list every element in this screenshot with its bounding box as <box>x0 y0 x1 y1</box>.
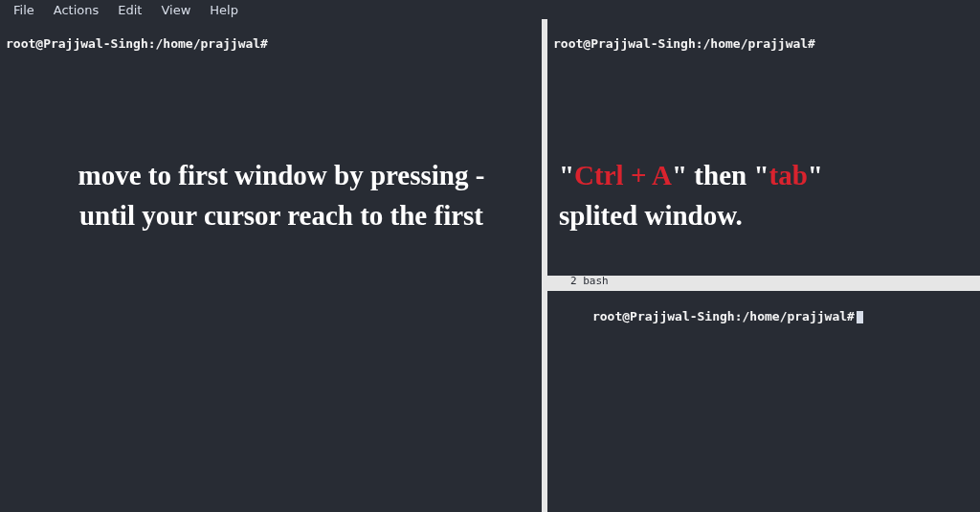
menu-edit[interactable]: Edit <box>110 3 149 17</box>
menu-view[interactable]: View <box>153 3 198 17</box>
menu-help[interactable]: Help <box>202 3 246 17</box>
pane-right-bottom[interactable]: root@Prajjwal-Singh:/home/prajjwal# <box>547 291 980 512</box>
status-bar-right-mid: 2 bash <box>547 276 980 287</box>
pane-left[interactable]: root@Prajjwal-Singh:/home/prajjwal# <box>0 19 542 512</box>
pane-right-top[interactable]: root@Prajjwal-Singh:/home/prajjwal# <box>547 19 980 276</box>
cursor-icon <box>857 311 863 323</box>
menubar: File Actions Edit View Help <box>0 0 980 19</box>
prompt-right-bottom: root@Prajjwal-Singh:/home/prajjwal# <box>547 295 863 338</box>
prompt-right-top: root@Prajjwal-Singh:/home/prajjwal# <box>553 36 815 51</box>
menu-file[interactable]: File <box>6 3 42 17</box>
prompt-left: root@Prajjwal-Singh:/home/prajjwal# <box>6 36 268 51</box>
menu-actions[interactable]: Actions <box>46 3 107 17</box>
terminal-area: root@Prajjwal-Singh:/home/prajjwal# root… <box>0 19 980 512</box>
